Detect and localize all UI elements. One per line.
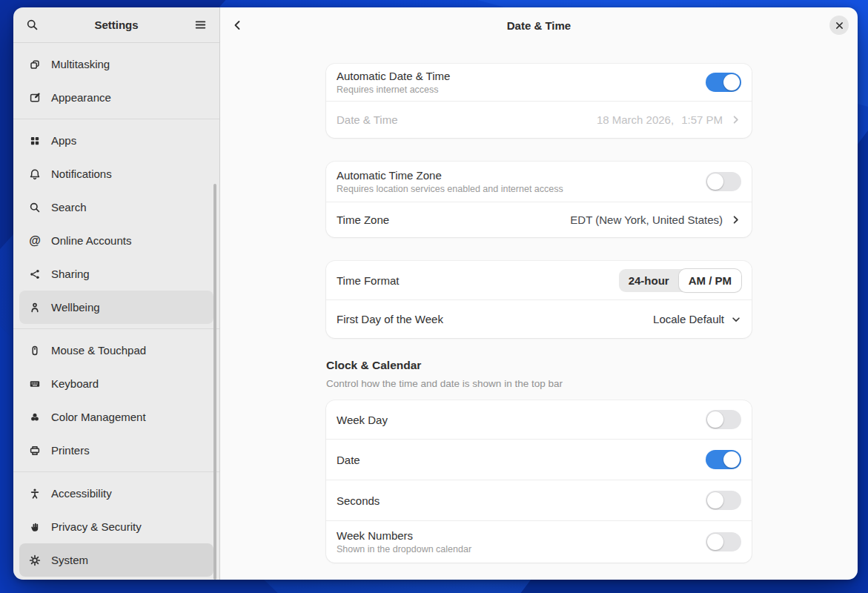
row-date: Date bbox=[326, 439, 752, 480]
row-title: Week Day bbox=[337, 414, 698, 426]
week-day-toggle[interactable] bbox=[706, 410, 741, 429]
row-title: Date & Time bbox=[337, 113, 589, 126]
toggle-knob bbox=[707, 492, 723, 508]
hand-icon bbox=[28, 521, 42, 533]
section-title: Clock & Calendar bbox=[326, 359, 752, 372]
sidebar-item-sharing[interactable]: Sharing bbox=[19, 257, 213, 291]
sidebar-item-online-accounts[interactable]: @ Online Accounts bbox=[19, 224, 213, 257]
multitasking-icon bbox=[28, 59, 42, 70]
sidebar-scrollbar[interactable] bbox=[213, 184, 216, 580]
toggle-knob bbox=[707, 534, 723, 550]
section-subtitle: Control how the time and date is shown i… bbox=[326, 378, 752, 389]
settings-window: Settings Multitasking bbox=[13, 7, 858, 580]
sidebar-item-label: Apps bbox=[51, 134, 76, 147]
date-time-page: Date & Time Automatic Date & Time Requir… bbox=[220, 7, 858, 580]
time-zone-card: Automatic Time Zone Requires location se… bbox=[326, 162, 752, 237]
automatic-date-time-toggle[interactable] bbox=[706, 73, 741, 92]
time-zone-value: EDT (New York, United States) bbox=[570, 213, 723, 226]
toggle-knob bbox=[707, 173, 723, 190]
page-header: Date & Time bbox=[220, 7, 858, 43]
dropdown-value: Locale Default bbox=[653, 313, 724, 325]
format-card: Time Format 24-hour AM / PM First Day of… bbox=[326, 261, 752, 338]
keyboard-icon bbox=[28, 378, 42, 390]
bell-icon bbox=[28, 168, 42, 180]
close-button[interactable] bbox=[829, 16, 849, 35]
toggle-knob bbox=[723, 74, 740, 90]
toggle-knob bbox=[723, 451, 740, 468]
row-week-day: Week Day bbox=[326, 400, 752, 439]
sidebar-item-appearance[interactable]: Appearance bbox=[19, 81, 213, 114]
page-content: Automatic Date & Time Requires internet … bbox=[220, 43, 858, 580]
row-title: Date bbox=[337, 454, 698, 466]
back-chevron-icon bbox=[232, 19, 244, 31]
share-icon bbox=[28, 268, 42, 280]
sidebar-item-label: Online Accounts bbox=[51, 234, 131, 247]
hamburger-menu-icon bbox=[194, 19, 207, 31]
row-title: First Day of the Week bbox=[337, 313, 646, 325]
desktop-wallpaper: Settings Multitasking bbox=[0, 0, 868, 593]
row-title: Time Zone bbox=[337, 213, 563, 226]
sidebar-group: Mouse & Touchpad Keyboard Color Manageme… bbox=[13, 329, 219, 472]
sidebar-item-printers[interactable]: Printers bbox=[19, 434, 213, 467]
search-icon bbox=[26, 19, 39, 31]
row-title: Week Numbers bbox=[337, 529, 698, 542]
row-first-day-of-week[interactable]: First Day of the Week Locale Default bbox=[326, 299, 752, 338]
row-time-zone[interactable]: Time Zone EDT (New York, United States) bbox=[326, 202, 752, 237]
sidebar-item-label: Notifications bbox=[51, 168, 112, 180]
color-circles-icon bbox=[28, 411, 42, 423]
row-time-format: Time Format 24-hour AM / PM bbox=[326, 261, 752, 299]
sidebar-item-mouse-touchpad[interactable]: Mouse & Touchpad bbox=[19, 334, 213, 367]
sidebar-header: Settings bbox=[13, 7, 219, 43]
first-day-dropdown[interactable]: Locale Default bbox=[653, 313, 741, 325]
search-button[interactable] bbox=[23, 16, 42, 34]
close-icon bbox=[835, 21, 844, 30]
wellbeing-icon bbox=[28, 302, 42, 314]
row-title: Seconds bbox=[337, 494, 698, 507]
sidebar-item-privacy-security[interactable]: Privacy & Security bbox=[19, 510, 213, 543]
clock-calendar-section: Clock & Calendar Control how the time an… bbox=[326, 359, 752, 389]
week-numbers-toggle[interactable] bbox=[706, 532, 741, 551]
printer-icon bbox=[28, 445, 42, 457]
row-automatic-date-time: Automatic Date & Time Requires internet … bbox=[326, 64, 752, 101]
sidebar-item-label: Appearance bbox=[51, 91, 111, 104]
option-am-pm[interactable]: AM / PM bbox=[679, 269, 741, 292]
accessibility-icon bbox=[28, 488, 42, 500]
sidebar-item-search[interactable]: Search bbox=[19, 191, 213, 224]
row-date-time[interactable]: Date & Time 18 March 2026, 1:57 PM bbox=[326, 101, 752, 138]
sidebar-item-label: Mouse & Touchpad bbox=[51, 344, 146, 357]
sidebar-nav: Multitasking Appearance Apps bbox=[13, 43, 219, 580]
sidebar-item-apps[interactable]: Apps bbox=[19, 124, 213, 157]
row-subtitle: Shown in the dropdown calendar bbox=[337, 544, 698, 554]
row-title: Time Format bbox=[337, 274, 612, 287]
sidebar-item-system[interactable]: System bbox=[19, 543, 213, 577]
sidebar-item-color-management[interactable]: Color Management bbox=[19, 400, 213, 434]
sidebar-item-notifications[interactable]: Notifications bbox=[19, 157, 213, 191]
row-subtitle: Requires location services enabled and i… bbox=[337, 184, 698, 194]
chevron-down-icon bbox=[731, 314, 741, 325]
sidebar-item-label: Wellbeing bbox=[51, 301, 100, 314]
apps-grid-icon bbox=[28, 135, 42, 147]
row-title: Automatic Date & Time bbox=[337, 70, 698, 82]
sidebar-item-multitasking[interactable]: Multitasking bbox=[19, 47, 213, 81]
sidebar-item-keyboard[interactable]: Keyboard bbox=[19, 367, 213, 400]
sidebar-item-label: Multitasking bbox=[51, 58, 110, 70]
time-format-segmented-control: 24-hour AM / PM bbox=[619, 269, 741, 292]
row-subtitle: Requires internet access bbox=[337, 85, 698, 95]
automatic-time-zone-toggle[interactable] bbox=[706, 172, 741, 191]
sidebar-item-wellbeing[interactable]: Wellbeing bbox=[19, 291, 213, 324]
back-button[interactable] bbox=[229, 16, 247, 34]
sidebar: Settings Multitasking bbox=[13, 7, 220, 580]
sidebar-item-label: Search bbox=[51, 201, 87, 213]
sidebar-item-label: Sharing bbox=[51, 268, 90, 280]
seconds-toggle[interactable] bbox=[706, 491, 741, 510]
row-title: Automatic Time Zone bbox=[337, 169, 698, 182]
menu-button[interactable] bbox=[191, 16, 210, 34]
search-icon bbox=[28, 202, 42, 213]
date-toggle[interactable] bbox=[706, 450, 741, 469]
option-24-hour[interactable]: 24-hour bbox=[619, 269, 679, 292]
row-week-numbers: Week Numbers Shown in the dropdown calen… bbox=[326, 520, 752, 563]
row-seconds: Seconds bbox=[326, 480, 752, 520]
chevron-right-icon bbox=[730, 214, 741, 225]
sidebar-item-label: Privacy & Security bbox=[51, 520, 142, 533]
sidebar-item-accessibility[interactable]: Accessibility bbox=[19, 477, 213, 510]
